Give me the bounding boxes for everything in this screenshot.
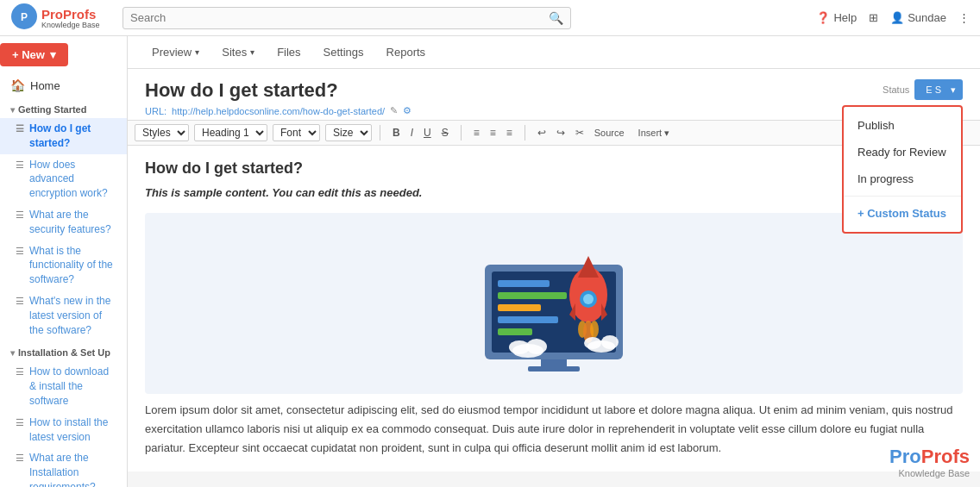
chevron-down-icon: ▾ [250,47,254,57]
toolbar-size-group: Size [325,124,372,141]
status-button[interactable]: E S ▾ [914,79,963,100]
toolbar-italic[interactable]: I [406,125,418,140]
sidebar-item-getting-started-0[interactable]: ☰ How do I get started? [0,118,127,154]
nav-preview[interactable]: Preview ▾ [141,39,210,66]
sidebar-item-install-2[interactable]: ☰ What are the Installation requirements… [0,447,127,487]
content-area: Preview ▾ Sites ▾ Files Settings Reports [128,36,980,487]
sidebar-item-home[interactable]: 🏠 Home [0,73,127,97]
toolbar-font-group: Font [273,124,320,141]
help-icon: ❓ [816,11,830,24]
editor-area: How do I get started? URL: http://help.h… [128,69,980,487]
search-bar[interactable]: 🔍 [122,7,571,29]
toolbar-align-left[interactable]: ≡ [469,125,484,140]
top-header: P ProProfs Knowledge Base 🔍 ❓ Help ⊞ 👤 S… [0,0,980,36]
svg-text:P: P [21,11,28,23]
nav-reports[interactable]: Reports [376,39,437,66]
doc-icon: ☰ [16,295,24,308]
article-title: How do I get started? [145,79,963,102]
toolbar-underline[interactable]: U [419,125,436,140]
toolbar-divider-2 [461,125,462,140]
svg-rect-9 [541,359,567,366]
svg-point-14 [583,294,594,304]
status-dropdown: Publish Ready for Review In progress + C… [842,105,963,234]
main-layout: + New ▾ 🏠 Home ▾ Getting Started ☰ How d… [0,36,980,487]
toolbar-bold[interactable]: B [388,125,405,140]
svg-rect-8 [498,328,532,335]
secondary-nav: Preview ▾ Sites ▾ Files Settings Reports [128,36,980,69]
status-badge: E S [921,83,945,97]
nav-sites[interactable]: Sites ▾ [211,39,265,66]
toolbar-source[interactable]: Source [590,126,629,140]
toolbar-extra-group: ↩ ↪ ✂ Source [533,125,629,140]
toolbar-divider [380,125,380,140]
chevron-down-icon: ▾ [50,48,56,61]
sidebar: + New ▾ 🏠 Home ▾ Getting Started ☰ How d… [0,36,128,487]
grid-button[interactable]: ⊞ [869,11,878,24]
collapse-icon: ▾ [10,348,15,358]
dropdown-item-publish[interactable]: Publish [844,112,961,139]
article-header: How do I get started? URL: http://help.h… [128,69,980,120]
toolbar-divider-3 [525,125,525,140]
article-heading: How do I get started? [145,159,963,178]
sidebar-section-getting-started[interactable]: ▾ Getting Started [0,97,127,118]
article-url-link[interactable]: http://help.helpdocsonline.com/how-do-ge… [172,106,385,116]
sidebar-item-getting-started-3[interactable]: ☰ What is the functionality of the softw… [0,240,127,290]
nav-files[interactable]: Files [267,39,311,66]
user-button[interactable]: 👤 Sundae [890,11,946,24]
doc-icon: ☰ [16,209,24,222]
svg-point-25 [584,337,601,349]
sidebar-section-installation[interactable]: ▾ Installation & Set Up [0,340,127,361]
article-intro: This is sample content. You can edit thi… [145,186,963,199]
size-select[interactable]: Size [325,124,372,141]
toolbar-align-right[interactable]: ≡ [502,125,517,140]
sidebar-item-install-0[interactable]: ☰ How to download & install the software [0,361,127,411]
toolbar-align-center[interactable]: ≡ [486,125,500,140]
search-input[interactable] [130,11,549,24]
status-area: Status E S ▾ [883,79,963,100]
font-select[interactable]: Font [273,124,320,141]
bottom-logo-kb: Knowledge Base [898,468,970,478]
toolbar-strikethrough[interactable]: S [437,125,453,140]
toolbar-styles-group: Styles [135,124,189,141]
rocket-svg [459,230,649,377]
settings-icon[interactable]: ⚙ [403,105,411,116]
doc-icon: ☰ [16,365,24,378]
svg-point-22 [509,340,530,354]
help-label: Help [833,11,857,24]
sidebar-item-getting-started-2[interactable]: ☰ What are the security features? [0,204,127,240]
svg-rect-5 [498,292,567,299]
toolbar-align-group: ≡ ≡ ≡ [469,125,517,140]
logo: P [10,3,38,33]
svg-point-19 [590,321,599,338]
dropdown-item-custom[interactable]: + Custom Status [844,196,961,227]
sidebar-item-getting-started-4[interactable]: ☰ What's new in the latest version of th… [0,290,127,340]
dropdown-item-inprogress[interactable]: In progress [844,165,961,192]
rocket-image [145,213,963,394]
svg-rect-6 [498,304,541,311]
article-body: Lorem ipsum dolor sit amet, consectetur … [145,401,963,458]
sidebar-item-getting-started-1[interactable]: ☰ How does advanced encryption work? [0,154,127,204]
header-right: ❓ Help ⊞ 👤 Sundae ⋮ [816,11,970,24]
new-button[interactable]: + New ▾ [0,43,68,66]
sidebar-item-install-1[interactable]: ☰ How to install the latest version [0,412,127,448]
help-button[interactable]: ❓ Help [816,11,857,24]
doc-icon: ☰ [16,245,24,258]
logo-subname: Knowledge Base [41,22,100,29]
toolbar-undo[interactable]: ↩ [533,125,550,140]
toolbar-redo[interactable]: ↪ [552,125,569,140]
grid-icon: ⊞ [869,11,878,24]
nav-settings[interactable]: Settings [313,39,374,66]
chevron-down-icon: ▾ [195,47,199,57]
edit-icon[interactable]: ✎ [390,105,398,116]
toolbar-insert[interactable]: Insert ▾ [634,126,675,140]
collapse-icon: ▾ [10,105,15,115]
toolbar-heading-group: Heading 1 [194,124,267,141]
dropdown-item-ready[interactable]: Ready for Review [844,139,961,165]
logo-name: ProProfs [41,7,100,22]
toolbar-cut[interactable]: ✂ [571,125,588,140]
svg-rect-10 [528,366,580,371]
heading-select[interactable]: Heading 1 [194,124,267,141]
svg-rect-7 [498,316,558,323]
more-button[interactable]: ⋮ [958,11,970,24]
styles-select[interactable]: Styles [135,124,189,141]
